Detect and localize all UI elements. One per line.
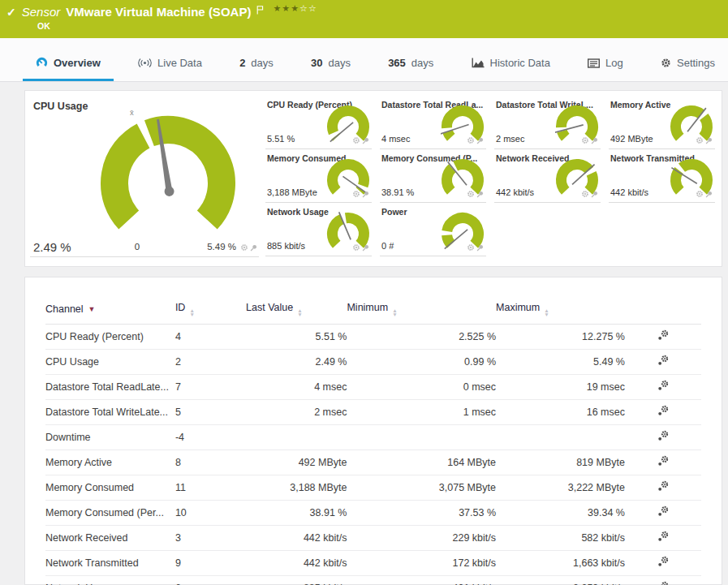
main-gauge-scale-max: 5.49 %	[207, 242, 236, 252]
pin-icon[interactable]	[250, 240, 257, 255]
channel-id-cell: 10	[175, 501, 246, 526]
channel-id-cell: 4	[175, 325, 246, 350]
gear-icon[interactable]	[467, 133, 475, 148]
pin-icon[interactable]	[591, 133, 598, 148]
channel-row[interactable]: Downtime -4	[45, 425, 701, 450]
edit-channel-icon[interactable]	[657, 581, 669, 585]
channel-gauge-tile[interactable]: Memory Active 492 MByte	[609, 96, 715, 149]
channel-minimum-cell: 37.53 %	[347, 501, 496, 526]
pin-icon[interactable]	[476, 133, 484, 148]
channel-gauge-value: 442 kbit/s	[610, 187, 648, 197]
gear-icon[interactable]	[240, 240, 248, 255]
edit-channel-icon[interactable]	[657, 505, 669, 517]
channel-maximum-cell: 16 msec	[496, 400, 625, 425]
col-header-channel[interactable]: Channel▼	[45, 295, 175, 325]
edit-channel-icon[interactable]	[657, 380, 669, 391]
channel-gauge-tile[interactable]: Memory Consumed (P... 38.91 %	[380, 149, 486, 203]
channel-row[interactable]: CPU Usage 2 2.49 % 0.99 % 5.49 %	[45, 350, 701, 375]
gear-icon[interactable]	[581, 187, 589, 201]
channel-name-cell: Datastore Total WriteLate...	[45, 400, 175, 425]
col-header-last-value[interactable]: Last Value▲▼	[246, 295, 347, 325]
channel-row[interactable]: Network Transmitted 9 442 kbit/s 172 kbi…	[45, 551, 701, 576]
channel-gauge-tile[interactable]: Network Received 442 kbit/s	[494, 149, 601, 203]
channel-minimum-cell	[347, 425, 496, 450]
pin-icon[interactable]	[476, 240, 484, 255]
col-header-id[interactable]: ID▲▼	[175, 295, 246, 325]
star-filled-icon[interactable]: ★	[282, 3, 291, 13]
pin-icon[interactable]	[362, 133, 369, 148]
tab-live-data[interactable]: Live Data	[136, 57, 204, 81]
tab-days[interactable]: 30 days	[309, 57, 352, 81]
edit-channel-icon[interactable]	[657, 480, 669, 492]
pin-icon[interactable]	[362, 240, 369, 255]
live-data-icon	[138, 58, 152, 68]
tab-overview[interactable]: Overview	[34, 57, 102, 81]
main-gauge-tile[interactable]: CPU Usage x̄ 2.49 % 0 5.49 %	[30, 96, 259, 257]
channel-gauge-tile[interactable]: Datastore Total ReadLa... 4 msec	[380, 96, 486, 149]
edit-channel-icon[interactable]	[657, 355, 669, 366]
gear-icon[interactable]	[467, 240, 475, 255]
edit-channel-icon[interactable]	[657, 556, 669, 567]
tab-log[interactable]: Log	[586, 57, 625, 81]
channel-row[interactable]: CPU Ready (Percent) 4 5.51 % 2.525 % 12.…	[45, 325, 701, 350]
gear-icon[interactable]	[352, 187, 360, 201]
gear-icon	[661, 58, 671, 68]
tab-historic-data[interactable]: Historic Data	[470, 57, 552, 81]
edit-channel-icon[interactable]	[657, 329, 669, 341]
channel-last-value-cell: 442 kbit/s	[246, 526, 347, 551]
star-filled-icon[interactable]: ★	[291, 3, 299, 13]
gear-icon[interactable]	[696, 187, 704, 201]
gear-icon[interactable]	[352, 240, 360, 255]
channel-name-cell: CPU Ready (Percent)	[45, 325, 175, 350]
channel-id-cell: -4	[175, 425, 246, 450]
channel-maximum-cell	[496, 425, 625, 450]
gear-icon[interactable]	[696, 133, 704, 148]
channel-row[interactable]: Memory Active 8 492 MByte 164 MByte 819 …	[45, 450, 701, 475]
channel-gauge-tile[interactable]: Power 0 #	[380, 203, 486, 256]
tab-settings[interactable]: Settings	[659, 57, 717, 81]
channel-gauge-tile[interactable]: CPU Ready (Percent) 5.51 %	[265, 96, 372, 149]
tab-days[interactable]: 365 days	[386, 57, 435, 81]
channel-gauge-tile[interactable]: Datastore Total WriteL... 2 msec	[494, 96, 601, 149]
pin-icon[interactable]	[705, 133, 713, 148]
tab-days[interactable]: 2 days	[238, 57, 275, 81]
flag-icon[interactable]	[256, 3, 264, 18]
sort-icon: ▲▼	[544, 308, 549, 316]
channel-name-cell: Network Received	[45, 526, 175, 551]
channel-row[interactable]: Network Usage 6 885 kbit/s 401 kbit/s 2,…	[45, 576, 701, 585]
channel-gauge-tile[interactable]: Memory Consumed 3,188 MByte	[265, 149, 372, 203]
pin-icon[interactable]	[591, 187, 598, 201]
channel-maximum-cell: 12.275 %	[496, 325, 625, 350]
channel-gauge-value: 492 MByte	[610, 134, 653, 144]
edit-channel-icon[interactable]	[657, 455, 669, 467]
channel-row[interactable]: Datastore Total ReadLate... 7 4 msec 0 m…	[45, 375, 701, 400]
channel-minimum-cell: 229 kbit/s	[347, 526, 496, 551]
pin-icon[interactable]	[705, 187, 713, 201]
channel-row[interactable]: Datastore Total WriteLate... 5 2 msec 1 …	[45, 400, 701, 425]
star-empty-icon[interactable]: ☆	[308, 3, 317, 13]
channel-gauge-tile[interactable]: Network Transmitted 442 kbit/s	[609, 149, 715, 203]
gear-icon[interactable]	[352, 133, 360, 148]
channel-name-cell: Network Transmitted	[45, 551, 175, 576]
col-header-minimum[interactable]: Minimum▲▼	[347, 295, 496, 325]
channel-row[interactable]: Memory Consumed (Per... 10 38.91 % 37.53…	[45, 501, 701, 526]
priority-stars[interactable]: ★★★☆☆	[273, 3, 317, 14]
pin-icon[interactable]	[362, 187, 369, 201]
channel-gauge-grid: CPU Ready (Percent) 5.51 % Datastore Tot…	[265, 96, 715, 266]
edit-channel-icon[interactable]	[657, 430, 669, 441]
channel-minimum-cell: 2.525 %	[347, 325, 496, 350]
channel-gauge-value: 5.51 %	[267, 134, 295, 144]
channel-row[interactable]: Memory Consumed 11 3,188 MByte 3,075 MBy…	[45, 475, 701, 501]
gear-icon[interactable]	[581, 133, 589, 148]
edit-channel-icon[interactable]	[657, 531, 669, 542]
pin-icon[interactable]	[476, 187, 484, 201]
channel-row[interactable]: Network Received 3 442 kbit/s 229 kbit/s…	[45, 526, 701, 551]
gear-icon[interactable]	[467, 187, 475, 201]
star-filled-icon[interactable]: ★	[273, 3, 282, 13]
channel-gauge-tile[interactable]: Network Usage 885 kbit/s	[265, 203, 372, 256]
star-empty-icon[interactable]: ☆	[299, 3, 308, 13]
col-header-maximum[interactable]: Maximum▲▼	[496, 295, 625, 325]
channel-gauge-value: 0 #	[381, 241, 394, 251]
gauges-panel: CPU Usage x̄ 2.49 % 0 5.49 % CPU Ready (…	[24, 90, 722, 267]
edit-channel-icon[interactable]	[657, 405, 669, 416]
